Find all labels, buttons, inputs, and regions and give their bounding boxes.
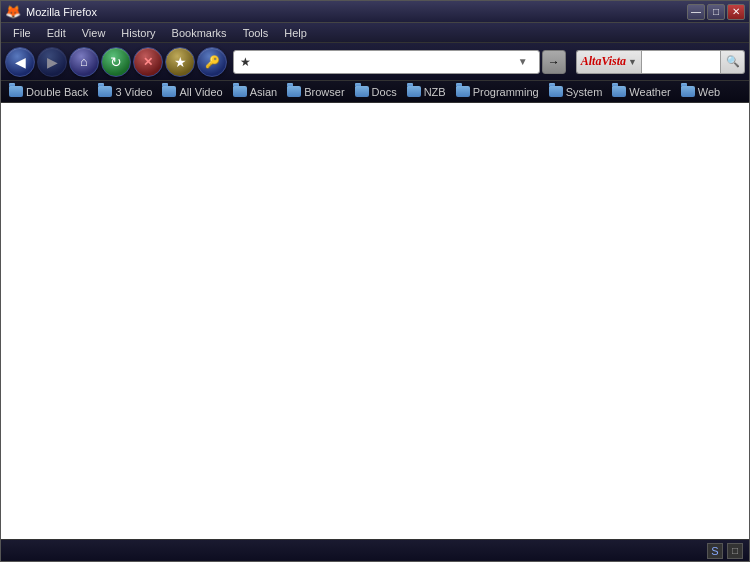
menu-edit[interactable]: Edit: [39, 25, 74, 41]
bookmark-web[interactable]: Web: [677, 84, 724, 100]
bookmark-3-video[interactable]: 3 Video: [94, 84, 156, 100]
bookmark-system[interactable]: System: [545, 84, 607, 100]
bookmark-weather[interactable]: Weather: [608, 84, 674, 100]
minimize-button[interactable]: —: [687, 4, 705, 20]
bookmark-label: 3 Video: [115, 86, 152, 98]
window-status-icon[interactable]: □: [727, 543, 743, 559]
menu-tools[interactable]: Tools: [235, 25, 277, 41]
folder-icon: [162, 86, 176, 97]
folder-icon: [407, 86, 421, 97]
content-area: [1, 103, 749, 539]
folder-icon: [549, 86, 563, 97]
folder-icon: [681, 86, 695, 97]
back-button[interactable]: ◀: [5, 47, 35, 77]
home-button[interactable]: ⌂: [69, 47, 99, 77]
menu-bar: File Edit View History Bookmarks Tools H…: [1, 23, 749, 43]
key-icon: 🔑: [205, 55, 220, 69]
status-bar-right: S □: [707, 543, 743, 559]
bookmark-nzb[interactable]: NZB: [403, 84, 450, 100]
bookmark-all-video[interactable]: All Video: [158, 84, 226, 100]
folder-icon: [456, 86, 470, 97]
search-icon: 🔍: [726, 55, 740, 68]
bookmark-docs[interactable]: Docs: [351, 84, 401, 100]
firefox-icon: 🦊: [5, 4, 21, 19]
bookmark-button[interactable]: ★: [165, 47, 195, 77]
star-icon: ★: [174, 54, 187, 70]
home-icon: ⌂: [80, 54, 88, 69]
stop-icon: ✕: [143, 55, 153, 69]
search-input[interactable]: [641, 50, 721, 74]
bookmarks-bar: Double Back 3 Video All Video Asian Brow…: [1, 81, 749, 103]
folder-icon: [612, 86, 626, 97]
address-area: ▼ →: [233, 50, 566, 74]
window-title: Mozilla Firefox: [26, 6, 97, 18]
bookmark-label: Browser: [304, 86, 344, 98]
title-bar-left: 🦊 Mozilla Firefox: [5, 4, 97, 19]
stop-button[interactable]: ✕: [133, 47, 163, 77]
folder-icon: [9, 86, 23, 97]
search-dropdown-icon: ▼: [628, 57, 637, 67]
back-icon: ◀: [15, 54, 26, 70]
bookmark-label: Weather: [629, 86, 670, 98]
folder-icon: [287, 86, 301, 97]
bookmark-label: Docs: [372, 86, 397, 98]
forward-icon: ▶: [47, 54, 58, 70]
bookmark-label: Programming: [473, 86, 539, 98]
bookmark-label: Web: [698, 86, 720, 98]
key-button[interactable]: 🔑: [197, 47, 227, 77]
reload-button[interactable]: ↻: [101, 47, 131, 77]
search-engine-button[interactable]: AltaVista ▼: [576, 50, 641, 74]
address-bar-container: ▼: [233, 50, 540, 74]
address-input[interactable]: [240, 55, 513, 69]
bookmark-programming[interactable]: Programming: [452, 84, 543, 100]
forward-button[interactable]: ▶: [37, 47, 67, 77]
shield-status-icon[interactable]: S: [707, 543, 723, 559]
bookmark-label: All Video: [179, 86, 222, 98]
menu-bookmarks[interactable]: Bookmarks: [164, 25, 235, 41]
folder-icon: [233, 86, 247, 97]
close-button[interactable]: ✕: [727, 4, 745, 20]
search-go-button[interactable]: 🔍: [721, 50, 745, 74]
menu-file[interactable]: File: [5, 25, 39, 41]
status-bar: S □: [1, 539, 749, 561]
maximize-button[interactable]: □: [707, 4, 725, 20]
folder-icon: [98, 86, 112, 97]
bookmark-double-back[interactable]: Double Back: [5, 84, 92, 100]
folder-icon: [355, 86, 369, 97]
menu-history[interactable]: History: [113, 25, 163, 41]
bookmark-label: Asian: [250, 86, 278, 98]
bookmark-asian[interactable]: Asian: [229, 84, 282, 100]
search-area: AltaVista ▼ 🔍: [576, 50, 745, 74]
title-bar: 🦊 Mozilla Firefox — □ ✕: [1, 1, 749, 23]
title-bar-controls: — □ ✕: [687, 4, 745, 20]
menu-view[interactable]: View: [74, 25, 114, 41]
navigation-toolbar: ◀ ▶ ⌂ ↻ ✕ ★ 🔑 ▼ →: [1, 43, 749, 81]
bookmark-label: System: [566, 86, 603, 98]
bookmark-browser[interactable]: Browser: [283, 84, 348, 100]
bookmark-label: Double Back: [26, 86, 88, 98]
bookmark-label: NZB: [424, 86, 446, 98]
go-button[interactable]: →: [542, 50, 566, 74]
reload-icon: ↻: [110, 54, 122, 70]
menu-help[interactable]: Help: [276, 25, 315, 41]
browser-window: 🦊 Mozilla Firefox — □ ✕ File Edit View H…: [0, 0, 750, 562]
address-dropdown-button[interactable]: ▼: [513, 50, 533, 74]
search-engine-logo: AltaVista: [581, 54, 626, 69]
